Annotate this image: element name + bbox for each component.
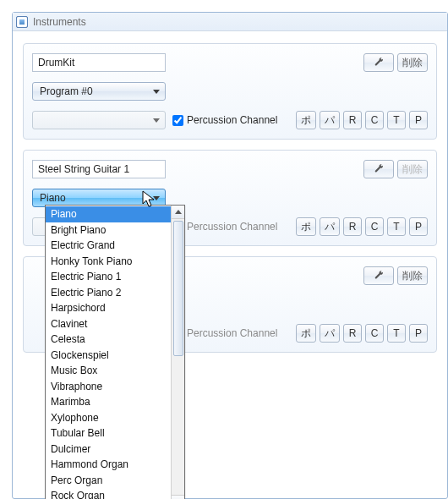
t-button[interactable]: T xyxy=(387,324,406,343)
percussion-channel-checkbox[interactable]: Percussion Channel xyxy=(172,327,277,339)
dropdown-option[interactable]: Vibraphone xyxy=(46,379,171,395)
t-button[interactable]: T xyxy=(387,111,406,129)
pa-button[interactable]: パ xyxy=(320,111,340,129)
wrench-icon xyxy=(373,57,385,69)
instrument-name-input[interactable] xyxy=(32,53,166,72)
dropdown-option[interactable]: Clavinet xyxy=(46,316,171,332)
dropdown-option[interactable]: Rock Organ xyxy=(46,488,171,499)
instruments-window: Instruments 削除 Program #0 xyxy=(12,12,448,499)
sub-select[interactable] xyxy=(32,111,166,129)
percussion-channel-checkbox[interactable]: Percussion Channel xyxy=(172,114,277,126)
delete-button[interactable]: 削除 xyxy=(397,53,428,72)
dropdown-option[interactable]: Electric Grand xyxy=(46,238,171,254)
dropdown-option[interactable]: Celesta xyxy=(46,332,171,348)
dropdown-option[interactable]: Perc Organ xyxy=(46,473,171,489)
chevron-down-icon xyxy=(153,90,160,94)
wrench-icon xyxy=(373,163,385,175)
settings-button[interactable] xyxy=(363,53,394,72)
chevron-down-icon xyxy=(153,196,160,200)
r-button[interactable]: R xyxy=(343,111,362,129)
dropdown-option[interactable]: Harpsichord xyxy=(46,300,171,316)
dropdown-option[interactable]: Electric Piano 2 xyxy=(46,285,171,301)
p-button[interactable]: P xyxy=(409,111,428,129)
r-button[interactable]: R xyxy=(343,217,362,236)
p-button[interactable]: P xyxy=(409,324,428,343)
delete-button[interactable]: 削除 xyxy=(397,266,428,285)
po-button[interactable]: ポ xyxy=(296,324,316,343)
pa-button[interactable]: パ xyxy=(320,217,340,236)
dropdown-option[interactable]: Hammond Organ xyxy=(46,457,171,473)
program-dropdown-list[interactable]: PianoBright PianoElectric GrandHonky Ton… xyxy=(45,205,185,499)
dropdown-option[interactable]: Electric Piano 1 xyxy=(46,269,171,285)
window-icon xyxy=(16,16,28,28)
window-title: Instruments xyxy=(33,16,86,28)
dropdown-option[interactable]: Xylophone xyxy=(46,410,171,426)
percussion-channel-checkbox[interactable]: Percussion Channel xyxy=(172,221,277,233)
scroll-down-button[interactable] xyxy=(172,495,184,499)
instrument-name-input[interactable] xyxy=(32,160,166,178)
delete-button[interactable]: 削除 xyxy=(397,160,428,178)
scroll-thumb[interactable] xyxy=(173,221,183,356)
scroll-up-button[interactable] xyxy=(172,206,184,219)
c-button[interactable]: C xyxy=(365,217,384,236)
dropdown-option[interactable]: Honky Tonk Piano xyxy=(46,254,171,270)
pa-button[interactable]: パ xyxy=(320,324,340,343)
dropdown-option[interactable]: Music Box xyxy=(46,363,171,379)
dropdown-scrollbar[interactable] xyxy=(171,206,184,499)
dropdown-option[interactable]: Dulcimer xyxy=(46,441,171,458)
dropdown-option[interactable]: Tubular Bell xyxy=(46,425,171,441)
po-button[interactable]: ポ xyxy=(296,111,316,129)
c-button[interactable]: C xyxy=(365,324,384,343)
settings-button[interactable] xyxy=(363,160,394,178)
dropdown-option[interactable]: Marimba xyxy=(46,394,171,410)
po-button[interactable]: ポ xyxy=(296,217,316,236)
instrument-panel: 削除 Program #0 Percussion Channel xyxy=(23,43,437,140)
chevron-down-icon xyxy=(153,118,160,123)
r-button[interactable]: R xyxy=(343,324,362,343)
program-select[interactable]: Program #0 xyxy=(32,82,166,101)
p-button[interactable]: P xyxy=(409,217,428,236)
c-button[interactable]: C xyxy=(365,111,384,129)
chevron-up-icon xyxy=(175,210,182,214)
wrench-icon xyxy=(373,270,385,282)
dropdown-option[interactable]: Piano xyxy=(46,206,171,222)
dropdown-option[interactable]: Glockenspiel xyxy=(46,348,171,364)
settings-button[interactable] xyxy=(363,266,394,285)
dropdown-option[interactable]: Bright Piano xyxy=(46,222,171,239)
window-titlebar: Instruments xyxy=(13,13,447,31)
t-button[interactable]: T xyxy=(387,217,406,236)
